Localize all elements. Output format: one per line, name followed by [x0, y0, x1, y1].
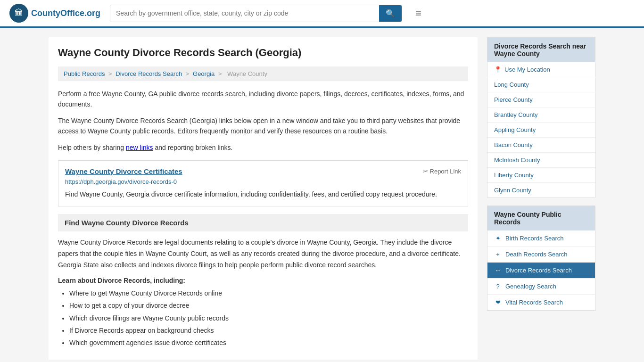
header: 🏛 CountyOffice.org 🔍 ≡ [0, 0, 644, 28]
find-section: Find Wayne County Divorce Records Wayne … [58, 214, 468, 348]
use-my-location-link[interactable]: 📍 Use My Location [487, 62, 595, 77]
breadcrumb-sep-3: > [218, 70, 223, 77]
search-bar: 🔍 [110, 5, 402, 22]
breadcrumb-divorce-records[interactable]: Divorce Records Search [116, 70, 182, 77]
description-3-end: and reporting broken links. [155, 144, 232, 151]
breadcrumb-sep-1: > [108, 70, 114, 77]
nearby-liberty-county[interactable]: Liberty County [487, 168, 595, 183]
list-item: Which government agencies issue divorce … [69, 337, 468, 348]
breadcrumb: Public Records > Divorce Records Search … [58, 66, 468, 81]
nearby-section: Divorce Records Search near Wayne County… [487, 37, 595, 198]
nearby-pierce-county[interactable]: Pierce County [487, 92, 595, 107]
list-item: Where to get Wayne County Divorce Record… [69, 288, 468, 298]
description-3: Help others by sharing new links and rep… [58, 142, 468, 153]
genealogy-icon: ? [494, 283, 502, 290]
nearby-appling-county[interactable]: Appling County [487, 123, 595, 138]
list-item: Which divorce filings are Wayne County p… [69, 313, 468, 323]
logo-icon: 🏛 [9, 4, 28, 23]
nearby-long-county[interactable]: Long County [487, 77, 595, 92]
link-box-title[interactable]: Wayne County Divorce Certificates [65, 167, 182, 175]
page-container: Wayne County Divorce Records Search (Geo… [39, 28, 605, 362]
description-1: Perform a free Wayne County, GA public d… [58, 89, 468, 110]
learn-heading: Learn about Divorce Records, including: [58, 277, 468, 284]
find-section-header: Find Wayne County Divorce Records [58, 214, 468, 231]
nearby-brantley-county[interactable]: Brantley County [487, 107, 595, 123]
learn-list: Where to get Wayne County Divorce Record… [69, 288, 468, 348]
death-records-link[interactable]: + Death Records Search [487, 247, 595, 263]
link-box: Wayne County Divorce Certificates ✂ Repo… [58, 160, 468, 206]
nearby-bacon-county[interactable]: Bacon County [487, 138, 595, 153]
logo-text: CountyOffice.org [31, 8, 100, 18]
divorce-records-link[interactable]: ↔ Divorce Records Search [487, 263, 595, 279]
scissors-icon: ✂ [423, 168, 428, 175]
link-url[interactable]: https://dph.georgia.gov/divorce-records-… [65, 178, 461, 185]
search-button[interactable]: 🔍 [379, 5, 402, 22]
report-link[interactable]: ✂ Report Link [423, 168, 461, 175]
vital-icon: ❤ [494, 299, 502, 306]
breadcrumb-public-records[interactable]: Public Records [64, 70, 105, 77]
vital-records-link[interactable]: ❤ Vital Records Search [487, 295, 595, 310]
divorce-icon: ↔ [494, 267, 502, 274]
find-section-body: Wayne County Divorce Records are legal d… [58, 237, 468, 271]
description-2: The Wayne County Divorce Records Search … [58, 115, 468, 137]
records-section: Wayne County Public Records ✦ Birth Reco… [487, 206, 595, 311]
link-box-header: Wayne County Divorce Certificates ✂ Repo… [65, 167, 461, 175]
records-section-title: Wayne County Public Records [487, 206, 595, 230]
nearby-mcintosh-county[interactable]: McIntosh County [487, 153, 595, 168]
page-title: Wayne County Divorce Records Search (Geo… [58, 47, 468, 59]
breadcrumb-sep-2: > [186, 70, 191, 77]
list-item: How to get a copy of your divorce decree [69, 300, 468, 311]
sidebar: Divorce Records Search near Wayne County… [487, 37, 595, 360]
death-icon: + [494, 251, 502, 258]
list-item: If Divorce Records appear on background … [69, 325, 468, 336]
link-description: Find Wayne County, Georgia divorce certi… [65, 189, 461, 199]
birth-icon: ✦ [494, 235, 502, 242]
birth-records-link[interactable]: ✦ Birth Records Search [487, 230, 595, 247]
description-3-start: Help others by sharing [58, 144, 124, 151]
logo[interactable]: 🏛 CountyOffice.org [9, 4, 100, 23]
genealogy-search-link[interactable]: ? Genealogy Search [487, 279, 595, 295]
main-content: Wayne County Divorce Records Search (Geo… [49, 37, 478, 360]
nearby-section-title: Divorce Records Search near Wayne County [487, 38, 595, 62]
new-links-link[interactable]: new links [126, 144, 153, 151]
nearby-glynn-county[interactable]: Glynn County [487, 183, 595, 197]
breadcrumb-wayne-county: Wayne County [227, 70, 267, 77]
search-input[interactable] [110, 5, 379, 22]
menu-button[interactable]: ≡ [412, 5, 425, 21]
breadcrumb-georgia[interactable]: Georgia [193, 70, 215, 77]
location-icon: 📍 [494, 66, 502, 73]
